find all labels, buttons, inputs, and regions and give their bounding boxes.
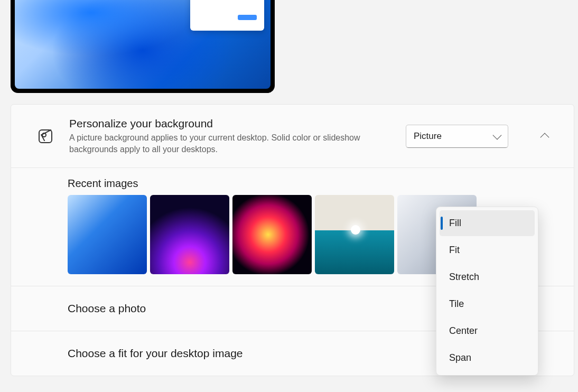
- background-type-dropdown[interactable]: Picture: [406, 125, 508, 148]
- choose-photo-label: Choose a photo: [68, 302, 146, 315]
- fit-option-label: Fit: [449, 245, 460, 255]
- desktop-preview: [11, 0, 275, 93]
- recent-images-title: Recent images: [68, 178, 554, 190]
- collapse-section-button[interactable]: [536, 127, 554, 145]
- fit-option-stretch[interactable]: Stretch: [440, 264, 535, 290]
- fit-option-label: Stretch: [449, 272, 479, 282]
- chevron-down-icon: [493, 130, 502, 139]
- fit-option-span[interactable]: Span: [440, 345, 535, 371]
- desktop-preview-window: [190, 0, 264, 31]
- picture-icon: [38, 129, 53, 143]
- chevron-up-icon: [540, 133, 549, 142]
- fit-option-label: Tile: [449, 298, 464, 309]
- fit-option-label: Fill: [449, 218, 461, 228]
- background-type-value: Picture: [414, 131, 442, 142]
- recent-image-thumbnail[interactable]: [315, 195, 394, 274]
- fit-option-fill[interactable]: Fill: [440, 210, 535, 236]
- fit-option-fit[interactable]: Fit: [440, 237, 535, 263]
- fit-options-flyout: Fill Fit Stretch Tile Center Span: [436, 207, 538, 376]
- fit-option-tile[interactable]: Tile: [440, 291, 535, 317]
- choose-fit-label: Choose a fit for your desktop image: [68, 347, 243, 360]
- personalize-background-row: Personalize your background A picture ba…: [11, 105, 574, 168]
- fit-option-label: Span: [449, 352, 471, 363]
- fit-option-label: Center: [449, 325, 478, 336]
- recent-image-thumbnail[interactable]: [232, 195, 312, 274]
- desktop-preview-wallpaper: [15, 0, 271, 89]
- personalize-title: Personalize your background: [69, 117, 390, 130]
- recent-image-thumbnail[interactable]: [68, 195, 147, 274]
- personalize-description: A picture background applies to your cur…: [69, 132, 390, 155]
- personalize-text: Personalize your background A picture ba…: [69, 117, 390, 155]
- recent-image-thumbnail[interactable]: [150, 195, 229, 274]
- fit-option-center[interactable]: Center: [440, 318, 535, 344]
